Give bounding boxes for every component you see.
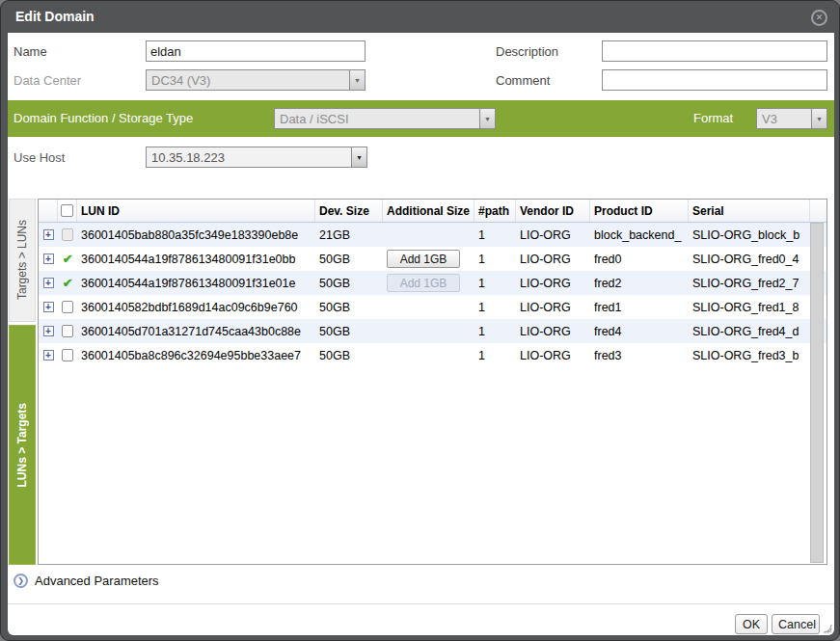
dev-size-cell: 50GB — [315, 247, 383, 271]
expand-row-icon[interactable]: + — [43, 350, 54, 361]
row-checkbox — [62, 228, 73, 241]
row-checkbox[interactable] — [62, 349, 73, 361]
lun-id-cell: 36001405d701a31271d745caa43b0c88e — [77, 319, 315, 343]
dev-size-cell: 21GB — [315, 223, 383, 247]
expand-cell: + — [39, 271, 58, 295]
path-cell: 1 — [474, 295, 516, 319]
expand-cell: + — [39, 343, 58, 367]
row-checkbox[interactable] — [62, 325, 73, 337]
ok-button[interactable]: OK — [735, 614, 768, 634]
footer-divider — [8, 603, 834, 604]
tab-luns-targets-label: LUNs > Targets — [15, 403, 29, 487]
table-vertical-scrollbar[interactable] — [810, 223, 824, 563]
additional-size-cell — [383, 295, 474, 319]
use-host-select[interactable]: 10.35.18.223 ▼ — [146, 147, 367, 168]
tab-luns-targets[interactable]: LUNs > Targets — [9, 325, 36, 565]
path-cell: 1 — [474, 319, 516, 343]
table-row[interactable]: +✔3600140544a19f878613480091f31e0bb50GBA… — [39, 247, 826, 271]
vendor-id-cell: LIO-ORG — [516, 271, 590, 295]
comment-label: Comment — [496, 73, 550, 88]
advanced-parameters-toggle[interactable]: ❯ Advanced Parameters — [14, 574, 159, 588]
dev-size-cell: 50GB — [315, 271, 383, 295]
tab-targets-luns-label: Targets > LUNs — [15, 220, 29, 300]
header-dev-size: Dev. Size — [315, 200, 383, 222]
storage-type-bar: Domain Function / Storage Type Data / iS… — [8, 100, 834, 137]
serial-cell: SLIO-ORG_fred3_b — [689, 343, 810, 367]
use-host-label: Use Host — [14, 150, 65, 165]
additional-size-cell — [383, 223, 474, 247]
tab-targets-luns[interactable]: Targets > LUNs — [9, 199, 36, 322]
storage-type-label: Domain Function / Storage Type — [14, 111, 193, 125]
resize-grip[interactable] — [820, 621, 832, 633]
comment-field[interactable] — [602, 69, 827, 91]
format-label: Format — [693, 111, 733, 125]
path-cell: 1 — [474, 247, 516, 271]
expand-row-icon[interactable]: + — [43, 229, 54, 240]
vendor-id-cell: LIO-ORG — [516, 223, 590, 247]
lun-id-cell: 36001405bab880a35fc349e183390eb8e — [77, 223, 315, 247]
lun-table-body: +36001405bab880a35fc349e183390eb8e21GB1L… — [39, 223, 826, 367]
dev-size-cell: 50GB — [315, 343, 383, 367]
serial-cell: SLIO-ORG_fred0_4 — [689, 247, 810, 271]
dialog-title: Edit Domain — [15, 9, 95, 24]
table-row[interactable]: +36001405ba8c896c32694e95bbe33aee750GB1L… — [39, 343, 826, 367]
table-row[interactable]: +36001405d701a31271d745caa43b0c88e50GB1L… — [39, 319, 826, 343]
additional-size-cell — [383, 343, 474, 367]
add-1gb-button[interactable]: Add 1GB — [387, 250, 460, 268]
path-cell: 1 — [474, 223, 516, 247]
name-label: Name — [14, 44, 47, 59]
serial-cell: SLIO-ORG_fred2_7 — [689, 271, 810, 295]
data-center-value: DC34 (V3) — [147, 73, 349, 88]
vendor-id-cell: LIO-ORG — [516, 295, 590, 319]
expand-cell: + — [39, 247, 58, 271]
chevron-down-icon: ▼ — [479, 109, 495, 128]
chevron-down-icon: ▼ — [351, 147, 366, 167]
close-icon[interactable]: ✕ — [811, 10, 827, 26]
checkbox-cell: ✔ — [58, 271, 77, 295]
path-cell: 1 — [474, 271, 516, 295]
lun-table: LUN ID Dev. Size Additional Size #path V… — [38, 199, 827, 565]
header-vendor-id: Vendor ID — [516, 200, 590, 222]
format-value: V3 — [757, 112, 811, 126]
edit-domain-dialog: Edit Domain ✕ Name Description Data Cent… — [0, 0, 840, 641]
checkbox-cell — [58, 319, 77, 343]
lun-table-header: LUN ID Dev. Size Additional Size #path V… — [39, 200, 826, 223]
storage-type-select: Data / iSCSI ▼ — [274, 108, 496, 129]
header-additional-size: Additional Size — [383, 200, 474, 222]
additional-size-cell: Add 1GB — [383, 247, 474, 271]
row-checkbox[interactable] — [62, 301, 73, 313]
expand-cell: + — [39, 319, 58, 343]
vendor-id-cell: LIO-ORG — [516, 319, 590, 343]
checkbox-cell — [58, 223, 77, 247]
serial-cell: SLIO-ORG_fred4_d — [689, 319, 810, 343]
screen: Edit Domain ✕ Name Description Data Cent… — [0, 0, 840, 641]
checkbox-cell — [58, 343, 77, 367]
select-all-checkbox[interactable] — [61, 204, 73, 217]
dialog-title-bar[interactable]: Edit Domain ✕ — [1, 1, 839, 33]
table-row[interactable]: +36001405bab880a35fc349e183390eb8e21GB1L… — [39, 223, 826, 247]
lun-id-cell: 3600140544a19f878613480091f31e01e — [77, 271, 315, 295]
expand-row-icon[interactable]: + — [43, 302, 54, 312]
description-field[interactable] — [602, 40, 827, 62]
expand-row-icon[interactable]: + — [43, 254, 54, 264]
product-id-cell: block_backend_ — [590, 223, 689, 247]
name-field[interactable] — [146, 40, 366, 62]
expand-cell: + — [39, 295, 58, 319]
vendor-id-cell: LIO-ORG — [516, 343, 590, 367]
dev-size-cell: 50GB — [315, 295, 383, 319]
description-label: Description — [496, 44, 558, 59]
serial-cell: SLIO-ORG_block_b — [689, 223, 810, 247]
format-select: V3 ▼ — [756, 108, 827, 129]
expand-row-icon[interactable]: + — [43, 278, 54, 288]
table-row[interactable]: +✔3600140544a19f878613480091f31e01e50GBA… — [39, 271, 826, 295]
product-id-cell: fred3 — [590, 343, 689, 367]
table-row[interactable]: +3600140582bdbf1689d14ac09c6b9e76050GB1L… — [39, 295, 826, 319]
lun-id-cell: 3600140544a19f878613480091f31e0bb — [77, 247, 315, 271]
checkbox-cell — [58, 295, 77, 319]
expand-cell: + — [39, 223, 58, 247]
header-product-id: Product ID — [590, 200, 689, 222]
advanced-parameters-label: Advanced Parameters — [35, 574, 159, 588]
lun-id-cell: 3600140582bdbf1689d14ac09c6b9e760 — [77, 295, 315, 319]
expand-row-icon[interactable]: + — [43, 326, 54, 336]
cancel-button[interactable]: Cancel — [772, 614, 820, 634]
